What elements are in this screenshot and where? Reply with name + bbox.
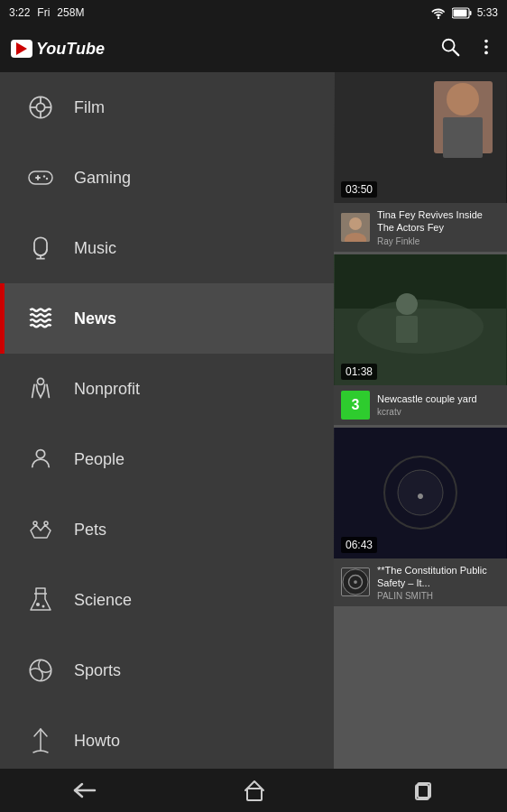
svg-point-32 (447, 83, 479, 115)
pets-icon (18, 518, 63, 541)
video-channel-2: PALIN SMITH (377, 591, 500, 601)
search-button[interactable] (440, 37, 460, 61)
nav-bar (0, 769, 507, 812)
avatar-image-0 (341, 213, 370, 242)
sidebar-pets-label: Pets (74, 521, 106, 540)
svg-point-10 (36, 103, 44, 111)
sidebar-item-howto[interactable]: Howto (0, 706, 334, 769)
sidebar-nonprofit-label: Nonprofit (74, 380, 140, 399)
svg-text:●: ● (417, 488, 424, 503)
svg-point-19 (46, 178, 48, 180)
sidebar-news-label: News (74, 309, 116, 328)
video-card-0[interactable]: 03:50 Tina Fey Revives Inside The Actors… (334, 72, 507, 252)
status-battery: 5:33 (477, 6, 498, 19)
home-button[interactable] (222, 772, 287, 808)
svg-point-23 (36, 450, 44, 458)
svg-point-39 (357, 300, 484, 354)
wifi-icon (430, 6, 447, 19)
video-channel-0: Ray Finkle (377, 236, 500, 246)
science-icon (18, 586, 63, 614)
howto-icon (18, 727, 63, 754)
battery-icon (452, 7, 472, 19)
svg-point-35 (349, 217, 362, 230)
youtube-icon-bg (11, 40, 32, 58)
video-info-0: Tina Fey Revives Inside The Actors Fey R… (334, 203, 507, 252)
svg-point-49 (354, 581, 357, 585)
sidebar-item-people[interactable]: People (0, 424, 334, 494)
svg-rect-33 (443, 117, 483, 158)
status-time: 3:22 (9, 6, 30, 19)
status-day: Fri (37, 6, 50, 19)
people-icon (18, 447, 63, 472)
video-meta-1: Newcastle couple yard kcratv (377, 392, 500, 417)
video-thumbnail-0: 03:50 (334, 72, 507, 203)
avatar-image-2 (342, 567, 369, 596)
back-button[interactable] (51, 773, 118, 807)
sidebar-item-science[interactable]: Science (0, 565, 334, 635)
svg-rect-3 (453, 9, 466, 16)
music-icon (18, 235, 63, 261)
status-left: 3:22 Fri 258M (9, 6, 84, 19)
svg-point-25 (44, 521, 48, 525)
status-data: 258M (57, 6, 84, 19)
recents-icon (412, 780, 434, 801)
film-icon (18, 95, 63, 120)
home-icon (244, 780, 265, 801)
video-card-2[interactable]: ● 06:43 **The Constitution Public Safety… (334, 428, 507, 607)
svg-rect-50 (247, 789, 262, 800)
more-options-button[interactable] (476, 37, 496, 61)
news-icon (18, 306, 63, 331)
sidebar-item-film[interactable]: Film (0, 72, 334, 143)
svg-point-40 (396, 293, 418, 315)
main-layout: Film Gaming (0, 72, 507, 769)
video-channel-1: kcratv (377, 407, 500, 417)
video-avatar-2 (341, 567, 370, 596)
sidebar-item-sports[interactable]: Sports (0, 635, 334, 706)
sidebar-item-gaming[interactable]: Gaming (0, 143, 334, 213)
svg-point-24 (33, 521, 37, 525)
sidebar: Film Gaming (0, 72, 334, 769)
video-duration-1: 01:38 (341, 364, 377, 380)
sidebar-item-music[interactable]: Music (0, 213, 334, 283)
video-card-1[interactable]: 01:38 3 Newcastle couple yard kcratv (334, 254, 507, 425)
sidebar-item-news[interactable]: News (0, 283, 334, 354)
back-icon (73, 780, 97, 800)
sidebar-item-pets[interactable]: Pets (0, 494, 334, 565)
top-bar-actions (440, 37, 496, 61)
svg-point-0 (437, 17, 438, 19)
top-bar: YouTube (0, 25, 507, 72)
recents-button[interactable] (391, 772, 456, 808)
more-icon (476, 37, 496, 57)
search-icon (440, 37, 460, 57)
svg-point-8 (484, 51, 488, 54)
video-thumbnail-1: 01:38 (334, 254, 507, 385)
sports-icon (18, 658, 63, 683)
video-info-2: **The Constitution Public Safety – It...… (334, 558, 507, 607)
sidebar-science-label: Science (74, 591, 132, 610)
svg-point-27 (36, 603, 40, 606)
video-title-0: Tina Fey Revives Inside The Actors Fey (377, 208, 500, 235)
youtube-text: YouTube (36, 40, 105, 59)
sidebar-people-label: People (74, 450, 124, 469)
svg-point-6 (484, 39, 488, 42)
status-bar: 3:22 Fri 258M 5:33 (0, 0, 507, 25)
svg-line-5 (453, 50, 458, 55)
svg-point-22 (38, 378, 44, 384)
video-meta-0: Tina Fey Revives Inside The Actors Fey R… (377, 208, 500, 246)
video-title-1: Newcastle couple yard (377, 392, 500, 405)
youtube-play-icon (16, 42, 27, 55)
gaming-icon (18, 168, 63, 188)
svg-point-7 (484, 45, 488, 49)
video-avatar-1: 3 (341, 391, 370, 420)
video-duration-0: 03:50 (341, 181, 377, 198)
video-meta-2: **The Constitution Public Safety – It...… (377, 564, 500, 602)
sidebar-music-label: Music (74, 239, 116, 258)
avatar-text-1: 3 (352, 397, 360, 413)
sidebar-sports-label: Sports (74, 661, 121, 680)
youtube-logo: YouTube (11, 40, 105, 59)
sidebar-item-nonprofit[interactable]: Nonprofit (0, 354, 334, 424)
video-duration-2: 06:43 (341, 537, 377, 553)
svg-point-28 (42, 605, 45, 608)
status-right: 5:33 (430, 6, 498, 19)
video-avatar-0 (341, 213, 370, 242)
